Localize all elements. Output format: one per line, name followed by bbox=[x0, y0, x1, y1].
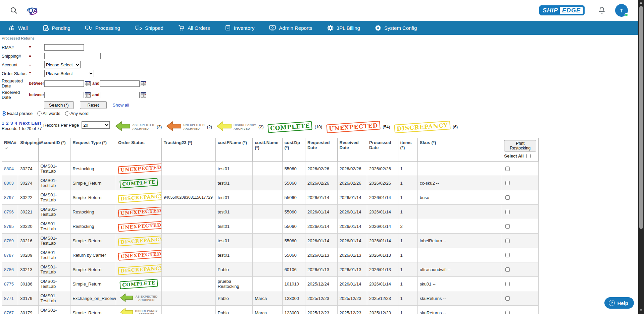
match-option-any-word[interactable]: Any word bbox=[65, 111, 89, 116]
date-to-input[interactable] bbox=[100, 80, 140, 87]
column-header-rma[interactable]: RMA# bbox=[2, 138, 18, 162]
page-link-2[interactable]: 2 bbox=[6, 121, 9, 126]
select-all-checkbox[interactable] bbox=[526, 154, 531, 158]
legend-complete[interactable]: COMPLETE(10) bbox=[268, 123, 322, 131]
filter-input-shipping[interactable] bbox=[44, 53, 101, 59]
keyword-input[interactable] bbox=[2, 102, 41, 108]
row-checkbox[interactable] bbox=[505, 282, 510, 286]
rma-link[interactable]: 8795 bbox=[4, 224, 14, 229]
page-link-last[interactable]: Last bbox=[31, 121, 41, 126]
column-header-processed-date[interactable]: Processed Date bbox=[367, 138, 398, 162]
column-header-acountid[interactable]: AcountID (*) bbox=[38, 138, 70, 162]
rma-link[interactable]: 8775 bbox=[4, 281, 14, 287]
rma-link[interactable]: 8767 bbox=[4, 310, 14, 314]
rma-link[interactable]: 8796 bbox=[4, 209, 14, 214]
nav-item-inventory[interactable]: Inventory bbox=[225, 25, 255, 31]
page-link-3[interactable]: 3 bbox=[10, 121, 13, 126]
row-checkbox[interactable] bbox=[505, 167, 510, 171]
rma-link[interactable]: 8787 bbox=[4, 253, 14, 258]
print-restocking-button[interactable]: Print Restocking bbox=[504, 140, 536, 151]
filter-input-rma[interactable] bbox=[44, 44, 84, 51]
help-button[interactable]: ? Help bbox=[604, 297, 634, 309]
radio-unchecked-icon[interactable] bbox=[37, 111, 42, 116]
legend-unexpected[interactable]: UNEXPECTED(54) bbox=[327, 123, 390, 131]
radio-checked-icon[interactable] bbox=[2, 111, 6, 116]
page-link-next[interactable]: Next bbox=[19, 121, 30, 126]
column-header-custzip[interactable]: custZip (*) bbox=[282, 138, 305, 162]
rma-link[interactable]: 8771 bbox=[4, 296, 14, 301]
date-from-input[interactable] bbox=[44, 92, 84, 98]
match-option-exact-phrase[interactable]: Exact phrase bbox=[2, 111, 33, 116]
nav-item-system-config[interactable]: System Config bbox=[375, 25, 417, 31]
column-header-skus[interactable]: Skus (*) bbox=[417, 138, 502, 162]
column-header-order-status[interactable]: Order Status bbox=[116, 138, 161, 162]
column-header-requested-date[interactable]: Requested Date bbox=[305, 138, 337, 162]
date-from-input[interactable] bbox=[44, 80, 84, 87]
scrollbar-down-arrow-icon[interactable] bbox=[640, 309, 642, 311]
calendar-icon[interactable] bbox=[141, 81, 146, 86]
rma-link[interactable]: 8804 bbox=[4, 166, 14, 171]
cell-account: OMS01- TestLab bbox=[38, 176, 70, 190]
row-checkbox[interactable] bbox=[505, 253, 510, 257]
calendar-icon[interactable] bbox=[85, 92, 91, 98]
search-icon[interactable] bbox=[9, 5, 19, 15]
wall-chart-icon bbox=[9, 25, 15, 31]
row-checkbox[interactable] bbox=[505, 195, 510, 200]
records-per-page-select[interactable]: 20 bbox=[82, 121, 110, 129]
column-header-tracking23[interactable]: Tracking23 (*) bbox=[161, 138, 215, 162]
show-all-link[interactable]: Show all bbox=[113, 103, 129, 108]
filter-select-order-status[interactable]: Please Select bbox=[44, 70, 94, 77]
cell-fname: test01 bbox=[215, 162, 253, 176]
reset-button[interactable]: Reset bbox=[80, 101, 107, 109]
nav-item-wall[interactable]: Wall bbox=[9, 25, 28, 31]
row-checkbox[interactable] bbox=[505, 181, 510, 185]
nav-item-admin-reports[interactable]: Admin Reports bbox=[269, 25, 312, 31]
scrollbar-up-arrow-icon[interactable] bbox=[640, 2, 642, 4]
rma-link[interactable]: 8786 bbox=[4, 267, 14, 272]
legend-discrepancy[interactable]: DISCREPANCY(6) bbox=[394, 123, 458, 131]
notifications-bell-icon[interactable] bbox=[598, 6, 606, 15]
nav-item-shipped[interactable]: Shipped bbox=[135, 25, 163, 31]
column-header-received-date[interactable]: Received Date bbox=[337, 138, 367, 162]
nav-item-processing[interactable]: Processing bbox=[85, 25, 120, 31]
cell-zip: 55060 bbox=[282, 205, 305, 219]
calendar-icon[interactable] bbox=[85, 81, 91, 86]
rma-link[interactable]: 8797 bbox=[4, 195, 14, 200]
calendar-icon[interactable] bbox=[141, 92, 146, 98]
row-checkbox[interactable] bbox=[505, 267, 510, 272]
row-checkbox[interactable] bbox=[505, 296, 510, 301]
legend-discrepancy-archived[interactable]: DISCREPANCYARCHIVED(2) bbox=[216, 121, 263, 133]
search-button[interactable]: Search (*) bbox=[44, 101, 74, 109]
row-checkbox[interactable] bbox=[505, 224, 510, 229]
date-to-input[interactable] bbox=[100, 92, 140, 98]
page-link-4[interactable]: 4 bbox=[15, 121, 17, 126]
nav-item-pending[interactable]: Pending bbox=[43, 25, 70, 31]
row-checkbox[interactable] bbox=[505, 210, 510, 214]
nav-item-all-orders[interactable]: All Orders bbox=[178, 25, 210, 31]
yellow-arrow-icon bbox=[120, 307, 133, 314]
yellow-arrow-status: DISCREPANCYARCHIVED bbox=[118, 307, 159, 314]
column-header-shipping[interactable]: Shipping# bbox=[18, 138, 38, 162]
qa-account-logo[interactable]: QA bbox=[26, 4, 39, 16]
legend-unexpected-archived[interactable]: UNEXPECTEDARCHIVED(2) bbox=[166, 121, 212, 133]
match-option-all-words[interactable]: All words bbox=[37, 111, 60, 116]
row-checkbox[interactable] bbox=[505, 311, 510, 314]
cell-request-type: Return by Carrier bbox=[70, 248, 116, 262]
nav-item-3pl-billing[interactable]: 3PL Billing bbox=[327, 25, 360, 31]
legend-as-expected-archived[interactable]: AS EXPECTEDARCHIVED(3) bbox=[115, 121, 162, 133]
column-header-items[interactable]: items (*) bbox=[398, 138, 417, 162]
rma-link[interactable]: 8803 bbox=[4, 181, 14, 186]
scrollbar-thumb[interactable] bbox=[639, 6, 643, 229]
column-header-custfname[interactable]: custFName (*) bbox=[215, 138, 253, 162]
rma-link[interactable]: 8789 bbox=[4, 238, 14, 243]
column-header-request-type[interactable]: Request Type (*) bbox=[70, 138, 116, 162]
radio-unchecked-icon[interactable] bbox=[65, 111, 69, 116]
page-link-1[interactable]: 1 bbox=[2, 121, 4, 126]
cell-received-date: 2026/01/13 bbox=[337, 262, 367, 277]
cell-skus: skuReturns -- bbox=[417, 291, 502, 306]
row-checkbox[interactable] bbox=[505, 239, 510, 243]
cell-request-type: Simple_Return bbox=[70, 262, 116, 277]
cell-tracking bbox=[161, 277, 215, 291]
column-header-custlname[interactable]: custLName (*) bbox=[253, 138, 282, 162]
filter-select-account[interactable]: Please Select bbox=[44, 61, 81, 68]
